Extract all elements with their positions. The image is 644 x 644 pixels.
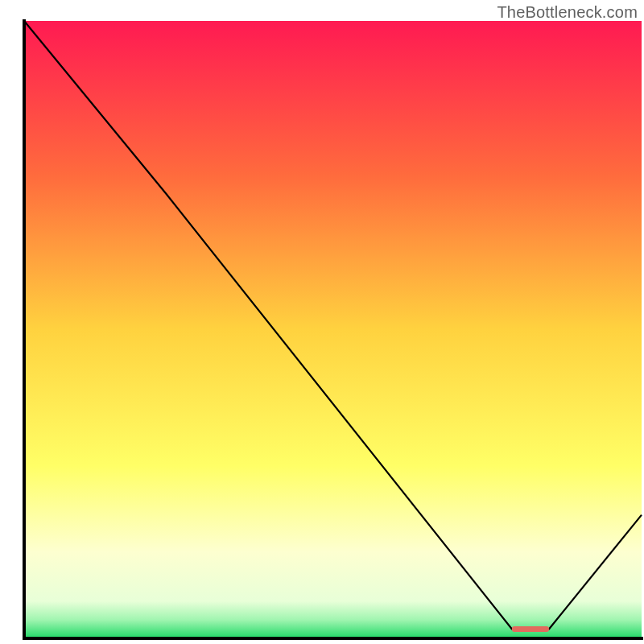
bottleneck-chart xyxy=(0,0,644,644)
chart-container: TheBottleneck.com xyxy=(0,0,644,644)
optimal-marker xyxy=(512,626,549,632)
plot-background xyxy=(24,21,642,638)
